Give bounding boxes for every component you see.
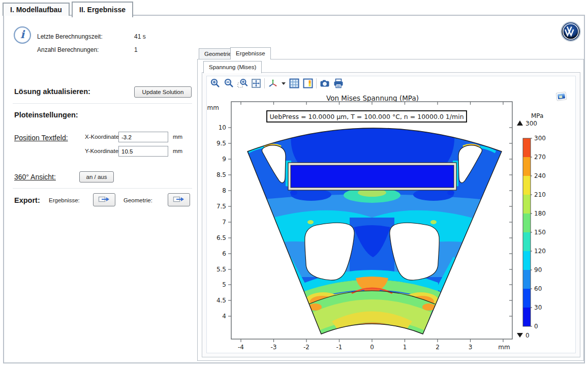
svg-text:9: 9 (222, 156, 226, 163)
separator (13, 188, 192, 189)
update-solution-button[interactable]: Update Solution (134, 86, 192, 98)
colorbar-max-marker-icon (517, 120, 523, 126)
zoom-box-icon[interactable] (237, 78, 248, 89)
y-axis-labels: mm 10 9.5 9 8.5 8 7.5 7 6.5 6 5.5 5 4.5 … (207, 104, 226, 320)
svg-text:6.5: 6.5 (216, 234, 226, 241)
svg-text:210: 210 (534, 191, 546, 198)
svg-text:7: 7 (222, 219, 226, 226)
color-legend-icon[interactable] (302, 78, 314, 89)
view-dropdown-arrow[interactable] (281, 78, 286, 89)
colorbar-min-value: 0 (525, 332, 530, 339)
svg-text:4: 4 (222, 313, 226, 320)
colorbar-min-marker-icon (517, 333, 523, 338)
svg-text:8: 8 (222, 187, 226, 194)
y-coordinate-input[interactable] (118, 146, 168, 157)
tab-ergebnisse[interactable]: II. Ergebnisse (72, 2, 133, 17)
x-coordinate-input[interactable] (118, 132, 168, 142)
view-360-toggle-button[interactable]: an / aus (79, 171, 114, 182)
export-icon (98, 195, 110, 203)
grid-icon[interactable] (289, 78, 300, 89)
info-icon: i (14, 26, 31, 44)
calc-count-value: 1 (134, 46, 138, 53)
svg-text:7.5: 7.5 (216, 203, 226, 210)
graphics-toolbar (209, 77, 344, 89)
tab-ergebnisse-label: II. Ergebnisse (79, 6, 126, 14)
export-geometry-button[interactable] (168, 193, 190, 206)
svg-text:270: 270 (534, 154, 546, 161)
zoom-out-icon[interactable] (223, 78, 234, 89)
solution-heading: Lösung aktualisieren: (14, 87, 90, 96)
separator (13, 103, 192, 104)
tab-plot-ergebnisse-label: Ergebnisse (236, 50, 265, 56)
zoom-extents-icon[interactable] (251, 78, 262, 89)
colorbar-labels: 300 270 240 210 180 150 120 90 60 30 0 (534, 135, 546, 330)
view-orientation-icon[interactable] (267, 78, 278, 89)
svg-text:240: 240 (534, 172, 546, 179)
tab-plot-ergebnisse[interactable]: Ergebnisse (230, 47, 271, 59)
colorbar-unit: MPa (531, 112, 543, 119)
magnet-pocket (288, 163, 456, 190)
toolbar-separator (264, 78, 265, 88)
annotation-text: UebPress = 10.0000 µm, T = 100.000 °C, n… (269, 113, 463, 120)
plot-settings-heading: Ploteinstellungen: (14, 111, 78, 119)
svg-text:9.5: 9.5 (216, 140, 226, 147)
tab-modellaufbau[interactable]: I. Modellaufbau (3, 3, 70, 16)
svg-text:5: 5 (222, 281, 226, 288)
x-coordinate-label: X-Koordinate: (85, 134, 120, 140)
tab-spannung-mises-label: Spannung (Mises) (209, 64, 256, 70)
y-unit-label: mm (173, 148, 182, 154)
x-axis-unit: mm (498, 344, 510, 351)
snapshot-icon[interactable] (319, 78, 330, 89)
svg-text:0: 0 (370, 344, 374, 351)
svg-text:6: 6 (222, 250, 226, 257)
svg-text:3: 3 (469, 344, 473, 351)
calc-time-value: 41 s (134, 33, 146, 40)
svg-text:1: 1 (403, 344, 407, 351)
plot-canvas[interactable]: Von Mises Spannung (MPa) -4 (207, 90, 574, 352)
plot-title: Von Mises Spannung (MPa) (326, 94, 419, 102)
export-results-label: Ergebnisse: (49, 197, 80, 203)
annotation-box: UebPress = 10.0000 µm, T = 100.000 °C, n… (267, 111, 467, 122)
svg-text:150: 150 (534, 229, 546, 236)
svg-text:-3: -3 (271, 344, 277, 351)
calc-count-label: Anzahl Berechnungen: (37, 46, 99, 53)
svg-text:180: 180 (534, 210, 546, 217)
export-heading: Export: (14, 196, 40, 204)
x-axis-labels: -4 -3 -2 -1 0 1 2 3 mm (238, 344, 510, 351)
tab-modellaufbau-label: I. Modellaufbau (10, 6, 62, 14)
y-coordinate-label: Y-Koordinate: (85, 148, 120, 154)
svg-text:60: 60 (534, 285, 542, 292)
y-axis-unit: mm (207, 104, 219, 111)
svg-text:10: 10 (219, 124, 226, 131)
svg-text:90: 90 (534, 266, 542, 273)
svg-text:-2: -2 (303, 344, 310, 351)
x-unit-label: mm (173, 134, 182, 140)
calc-time-label: Letzte Berechnungszeit: (37, 33, 103, 40)
svg-text:0: 0 (534, 323, 538, 330)
plot-window-icon[interactable] (556, 92, 567, 101)
export-results-button[interactable] (93, 193, 115, 206)
print-icon[interactable] (333, 78, 344, 89)
svg-text:-1: -1 (336, 344, 343, 351)
svg-text:4.5: 4.5 (216, 297, 226, 304)
svg-text:8.5: 8.5 (216, 171, 226, 178)
position-textfield-label: Position Textfeld: (14, 134, 68, 142)
svg-text:-4: -4 (238, 344, 244, 351)
tab-geometrie-label: Geometrie (204, 51, 232, 57)
svg-text:300: 300 (534, 135, 546, 142)
svg-text:5.5: 5.5 (216, 266, 226, 273)
view-360-label: 360° Ansicht: (14, 173, 56, 181)
vw-logo (561, 21, 581, 42)
tab-spannung-mises[interactable]: Spannung (Mises) (203, 61, 262, 73)
svg-text:120: 120 (534, 248, 546, 255)
zoom-in-icon[interactable] (209, 78, 221, 89)
toolbar-separator (316, 78, 317, 88)
svg-text:2: 2 (436, 344, 440, 351)
colorbar-max-value: 300 (525, 120, 537, 127)
export-geometry-label: Geometrie: (123, 197, 152, 203)
colorbar: MPa 300 300 270 240 210 180 150 120 (517, 112, 546, 339)
export-icon (173, 195, 185, 203)
app-window: { "tabs_main": { "model": "I. Modellaufb… (0, 0, 588, 366)
svg-text:30: 30 (534, 304, 542, 311)
